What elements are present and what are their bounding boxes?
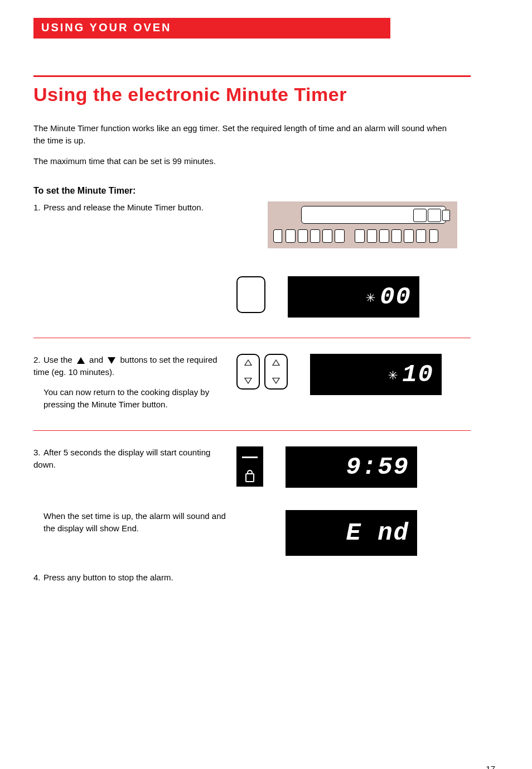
intro-paragraph-1: The Minute Timer function works like an … [33,122,457,147]
up-down-buttons [236,354,288,390]
subheading: To set the Minute Timer: [33,186,499,196]
page-number: 17 [486,764,495,769]
step-3: 3.After 5 seconds the display will start… [33,446,471,556]
divider [33,430,471,431]
step-2-after: You can now return to the cooking displa… [33,386,229,411]
arrow-button [264,354,288,390]
starburst-icon: ✳ [366,287,376,306]
step-4: 4.Press any button to stop the alarm. [33,571,471,584]
control-panel-illustration [268,201,457,248]
minute-timer-button-icon [236,276,265,313]
step-2-number: 2. [33,354,43,366]
lock-indicator-icon [236,446,263,487]
display-00: ✳ 00 [288,276,419,318]
starburst-icon: ✳ [388,365,399,384]
step-4-number: 4. [33,571,43,584]
page-title: Using the electronic Minute Timer [33,84,499,105]
title-rule [33,75,471,77]
step-4-text: 4.Press any button to stop the alarm. [33,571,229,584]
step-2-text: 2.Use the and buttons to set the require… [33,354,229,410]
up-arrow-icon [77,357,85,364]
step-1: 1.Press and release the Minute Timer but… [33,201,471,248]
step-1-graphics: ✳ 00 [33,276,471,318]
step-3-number: 3. [33,446,43,459]
step-1-number: 1. [33,201,43,214]
step-3-after: When the set time is up, the alarm will … [33,510,229,535]
step-3-text: 3.After 5 seconds the display will start… [33,446,229,534]
down-arrow-icon [108,357,115,364]
arrow-button [236,354,260,390]
display-countdown: 9:59 [286,446,417,488]
step-2: 2.Use the and buttons to set the require… [33,354,471,410]
display-10: ✳ 10 [310,354,442,395]
step-1-text: 1.Press and release the Minute Timer but… [33,201,229,214]
intro-paragraph-2: The maximum time that can be set is 99 m… [33,155,457,167]
lock-icon [245,473,254,482]
chapter-heading: USING YOUR OVEN [33,18,390,39]
display-end: E nd [286,510,417,556]
divider [33,338,471,338]
